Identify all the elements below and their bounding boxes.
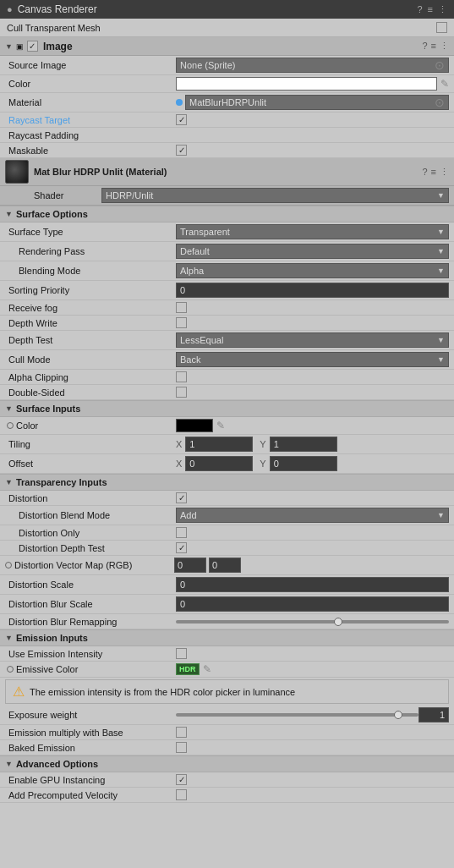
raycast-target-label[interactable]: Raycast Target (7, 115, 176, 125)
image-more-icon[interactable]: ⋮ (440, 41, 449, 52)
material-preview-icon (5, 160, 29, 184)
cull-transparent-label: Cull Transparent Mesh (7, 23, 436, 33)
image-enabled-checkbox[interactable] (27, 41, 38, 52)
surface-inputs-header: ▼ Surface Inputs (0, 400, 454, 417)
baked-emission-checkbox[interactable] (176, 742, 187, 753)
info-icon: ⚠ (13, 684, 25, 700)
transparency-inputs-collapse[interactable]: ▼ (5, 478, 13, 486)
raycast-target-checkbox[interactable] (176, 114, 187, 125)
emission-multiply-label: Emission multiply with Base (7, 728, 176, 738)
material-circle-icon: ⊙ (435, 96, 445, 109)
depth-test-row: Depth Test LessEqual ▼ (0, 331, 454, 350)
color-swatch[interactable] (176, 77, 437, 91)
use-emission-intensity-row: Use Emission Intensity (0, 646, 454, 662)
tiling-x-input[interactable] (185, 437, 253, 452)
material-dot (176, 99, 183, 106)
distortion-blur-remapping-thumb[interactable] (334, 618, 342, 626)
alpha-clipping-checkbox[interactable] (176, 371, 187, 382)
shader-dropdown-arrow: ▼ (437, 191, 445, 200)
distortion-vector-map-label: Distortion Vector Map (RGB) (14, 560, 132, 570)
distortion-blur-remapping-track (176, 620, 449, 624)
transparency-inputs-title: Transparency Inputs (16, 477, 107, 487)
mat-more-icon[interactable]: ⋮ (440, 167, 449, 178)
tiling-y-input[interactable] (270, 437, 337, 452)
material-dropdown[interactable]: MatBlurHDRPUnlit ⊙ (185, 95, 449, 110)
rendering-pass-label: Rendering Pass (7, 246, 176, 256)
advanced-options-title: Advanced Options (16, 759, 98, 769)
distortion-scale-input[interactable] (176, 577, 449, 592)
rendering-pass-dropdown[interactable]: Default ▼ (176, 244, 449, 259)
distortion-label: Distortion (7, 493, 176, 503)
depth-test-dropdown[interactable]: LessEqual ▼ (176, 332, 449, 348)
more-icon[interactable]: ⋮ (438, 4, 447, 15)
surface-inputs-collapse[interactable]: ▼ (5, 404, 13, 413)
surface-color-edit-icon[interactable]: ✎ (216, 420, 225, 431)
help-icon[interactable]: ? (417, 4, 422, 15)
receive-fog-checkbox[interactable] (176, 302, 187, 313)
sorting-priority-input[interactable] (176, 283, 449, 298)
distortion-vector-map-v2[interactable] (209, 558, 241, 573)
source-image-value: None (Sprite) ⊙ (176, 58, 449, 73)
depth-write-label: Depth Write (7, 318, 176, 328)
distortion-only-checkbox[interactable] (176, 527, 187, 538)
enable-gpu-label: Enable GPU Instancing (7, 775, 176, 785)
cull-transparent-checkbox[interactable] (436, 22, 447, 33)
blending-mode-dropdown[interactable]: Alpha ▼ (176, 263, 449, 278)
rendering-pass-row: Rendering Pass Default ▼ (0, 242, 454, 261)
color-edit-icon[interactable]: ✎ (440, 78, 449, 90)
emission-multiply-checkbox[interactable] (176, 727, 187, 738)
shader-dropdown[interactable]: HDRP/Unlit ▼ (101, 188, 449, 203)
baked-emission-row: Baked Emission (0, 740, 454, 755)
use-emission-intensity-checkbox[interactable] (176, 648, 187, 659)
source-image-dropdown[interactable]: None (Sprite) ⊙ (176, 58, 449, 73)
image-settings-icon[interactable]: ≡ (431, 41, 436, 52)
distortion-depth-test-label: Distortion Depth Test (7, 543, 176, 553)
depth-write-checkbox[interactable] (176, 317, 187, 328)
distortion-vector-map-v1[interactable] (174, 558, 206, 573)
emission-inputs-collapse[interactable]: ▼ (5, 634, 13, 642)
exposure-weight-thumb[interactable] (394, 711, 402, 719)
maskable-checkbox[interactable] (176, 145, 187, 156)
source-image-row: Source Image None (Sprite) ⊙ (0, 56, 454, 75)
raycast-padding-row: Raycast Padding (0, 128, 454, 143)
surface-color-value: ✎ (176, 419, 449, 432)
double-sided-checkbox[interactable] (176, 387, 187, 398)
add-precomputed-checkbox[interactable] (176, 789, 187, 800)
emissive-color-label: Emissive Color (16, 664, 78, 674)
surface-type-dropdown[interactable]: Transparent ▼ (176, 224, 449, 239)
advanced-options-collapse[interactable]: ▼ (5, 760, 13, 768)
mat-settings-icon[interactable]: ≡ (431, 167, 436, 178)
distortion-checkbox[interactable] (176, 492, 187, 503)
offset-y-input[interactable] (270, 456, 337, 471)
material-label: Material (7, 97, 176, 107)
exposure-weight-label: Exposure weight (7, 710, 176, 720)
mat-help-icon[interactable]: ? (422, 167, 427, 178)
image-collapse-arrow[interactable]: ▼ (5, 42, 13, 51)
receive-fog-row: Receive fog (0, 300, 454, 316)
image-section-title: Image (43, 41, 73, 52)
enable-gpu-checkbox[interactable] (176, 774, 187, 785)
distortion-blend-mode-dropdown[interactable]: Add ▼ (176, 508, 449, 523)
image-help-icon[interactable]: ? (422, 41, 427, 52)
distortion-blur-scale-input[interactable] (176, 596, 449, 612)
emissive-color-row: Emissive Color HDR ✎ (0, 662, 454, 678)
exposure-weight-slider[interactable] (176, 713, 418, 717)
settings-icon[interactable]: ≡ (428, 4, 433, 15)
image-toggle-icon[interactable]: ▣ (16, 42, 24, 51)
distortion-blur-remapping-slider[interactable] (176, 620, 449, 624)
double-sided-row: Double-Sided (0, 385, 454, 400)
alpha-clipping-label: Alpha Clipping (7, 372, 176, 382)
emissive-color-edit-icon[interactable]: ✎ (203, 663, 211, 675)
distortion-depth-test-checkbox[interactable] (176, 542, 187, 553)
surface-color-swatch[interactable] (176, 419, 213, 432)
blending-mode-row: Blending Mode Alpha ▼ (0, 261, 454, 281)
distortion-blur-scale-row: Distortion Blur Scale (0, 595, 454, 614)
raycast-target-row: Raycast Target (0, 113, 454, 128)
offset-x-input[interactable] (185, 456, 253, 471)
use-emission-intensity-label: Use Emission Intensity (7, 649, 176, 659)
tiling-row: Tiling X Y (0, 435, 454, 454)
shader-row: Shader HDRP/Unlit ▼ (0, 186, 454, 206)
cull-mode-dropdown[interactable]: Back ▼ (176, 352, 449, 367)
surface-options-collapse[interactable]: ▼ (5, 210, 13, 218)
exposure-weight-input[interactable] (418, 707, 449, 722)
